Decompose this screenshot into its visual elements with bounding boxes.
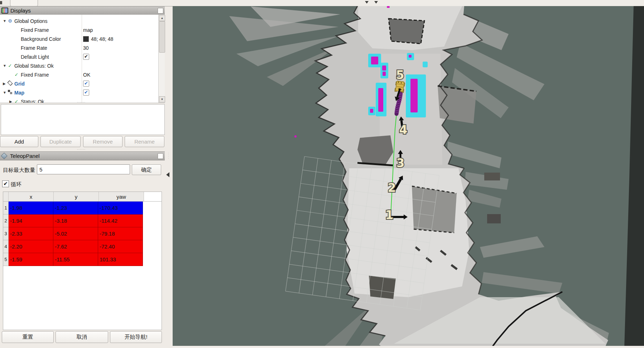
- teleop-float-button[interactable]: [158, 153, 163, 159]
- toolbar-dropdown-icon[interactable]: [374, 1, 378, 4]
- reset-button[interactable]: 重置: [2, 331, 54, 343]
- teleop-panel-title: TeleopPanel: [10, 153, 40, 159]
- tree-row-label: Fixed Frame: [21, 72, 49, 78]
- status-ok-icon: ✓: [14, 99, 19, 103]
- cell-y[interactable]: -5.02: [53, 227, 98, 240]
- tree-row-grid[interactable]: ▶Grid✔: [0, 79, 158, 88]
- scrollbar-thumb[interactable]: [159, 21, 165, 53]
- expander-closed-icon[interactable]: ▶: [9, 100, 13, 103]
- cell-yaw[interactable]: -79.18: [98, 227, 143, 240]
- splitter-handle[interactable]: ······: [77, 102, 88, 103]
- start-navigation-button[interactable]: 开始导航!: [110, 331, 162, 343]
- tree-row-label: Frame Rate: [21, 45, 47, 51]
- tree-row-label: Grid: [14, 81, 25, 87]
- enabled-checkbox[interactable]: ✔: [83, 54, 89, 60]
- cell-x[interactable]: -1.94: [9, 214, 53, 227]
- cell-x[interactable]: -1.59: [9, 253, 53, 266]
- tree-row-label: Fixed Frame: [21, 27, 49, 33]
- waypoint-table-header: x y yaw: [3, 192, 162, 202]
- tree-row-fixed-frame[interactable]: Fixed Framemap: [0, 25, 158, 34]
- add-button[interactable]: Add: [0, 136, 38, 147]
- cell-y[interactable]: -7.62: [53, 240, 98, 253]
- property-value: 30: [83, 45, 89, 51]
- expander-open-icon[interactable]: ▼: [3, 91, 6, 95]
- scroll-up-icon[interactable]: ▲: [159, 15, 165, 21]
- loop-label: 循环: [11, 181, 21, 188]
- cell-y[interactable]: -1.23: [53, 202, 98, 214]
- row-header[interactable]: 4: [3, 240, 9, 253]
- cell-x[interactable]: -2.33: [9, 227, 53, 240]
- cell-yaw[interactable]: 101.33: [98, 253, 143, 266]
- tree-row-label: Default Light: [21, 54, 49, 60]
- cell-yaw[interactable]: -170.43: [98, 202, 143, 214]
- rviz-3d-view[interactable]: 12345: [173, 6, 644, 348]
- tree-row-global-options[interactable]: ▼⚙Global Options: [0, 16, 158, 25]
- cell-yaw[interactable]: -72.40: [98, 240, 143, 253]
- tree-row-frame-rate[interactable]: Frame Rate30: [0, 43, 158, 52]
- tree-row-global-status-ok[interactable]: ▼✓Global Status: Ok: [0, 61, 158, 70]
- waypoint-label: 4: [399, 123, 408, 137]
- cell-yaw[interactable]: -114.42: [98, 214, 143, 227]
- duplicate-button[interactable]: Duplicate: [40, 136, 81, 147]
- cell-x[interactable]: -2.20: [9, 240, 53, 253]
- row-header[interactable]: 1: [3, 202, 9, 214]
- tree-row-default-light[interactable]: Default Light✔: [0, 52, 158, 61]
- tree-row-background-color[interactable]: Background Color48; 48; 48: [0, 34, 158, 43]
- cell-x[interactable]: -1.98: [9, 202, 53, 214]
- toolbar-dropdown-icon[interactable]: [365, 1, 369, 4]
- column-header-x[interactable]: x: [9, 192, 54, 201]
- table-corner: [3, 192, 9, 201]
- property-value: OK: [83, 72, 90, 78]
- confirm-button[interactable]: 确定: [132, 164, 161, 175]
- table-row[interactable]: 5-1.59-11.55101.33: [3, 253, 162, 266]
- view-splitter-handle[interactable]: ····: [168, 152, 169, 170]
- color-value: 48; 48; 48: [83, 36, 113, 42]
- toolbar-partial-button[interactable]: [10, 0, 38, 6]
- loop-checkbox[interactable]: ✔: [2, 180, 9, 187]
- teleop-panel-icon: [1, 153, 7, 159]
- displays-icon: [1, 8, 8, 14]
- teleop-panel-header[interactable]: TeleopPanel: [0, 151, 165, 160]
- enabled-checkbox[interactable]: ✔: [83, 90, 89, 96]
- displays-panel-header[interactable]: Displays: [0, 6, 165, 15]
- collapse-panel-icon[interactable]: [166, 172, 169, 177]
- table-row[interactable]: 2-1.94-3.18-114.42: [3, 214, 162, 227]
- checkbox-value[interactable]: ✔: [83, 81, 89, 87]
- table-row[interactable]: 1-1.98-1.23-170.43: [3, 202, 162, 214]
- displays-float-button[interactable]: [158, 8, 163, 14]
- waypoint-table[interactable]: x y yaw 1-1.98-1.23-170.432-1.94-3.18-11…: [3, 192, 162, 330]
- tree-row-fixed-frame[interactable]: ✓Fixed FrameOK: [0, 70, 158, 79]
- gear-icon: ⚙: [7, 18, 13, 24]
- expander-open-icon[interactable]: ▼: [3, 64, 6, 68]
- cell-y[interactable]: -11.55: [53, 253, 98, 266]
- table-row[interactable]: 4-2.20-7.62-72.40: [3, 240, 162, 253]
- row-header[interactable]: 2: [3, 214, 9, 227]
- color-swatch: [83, 36, 89, 42]
- checkbox-value[interactable]: ✔: [83, 90, 89, 96]
- row-header[interactable]: 3: [3, 227, 9, 240]
- scroll-down-icon[interactable]: ▼: [159, 96, 165, 102]
- row-header[interactable]: 5: [3, 253, 9, 266]
- cell-y[interactable]: -3.18: [53, 214, 98, 227]
- displays-panel-title: Displays: [10, 8, 31, 14]
- expander-closed-icon[interactable]: ▶: [3, 82, 6, 86]
- splitter-handle[interactable]: ······: [77, 149, 88, 150]
- displays-button-row: AddDuplicateRemoveRename: [0, 136, 165, 147]
- waypoint-table-body: 1-1.98-1.23-170.432-1.94-3.18-114.423-2.…: [3, 202, 162, 266]
- rename-button[interactable]: Rename: [125, 136, 164, 147]
- enabled-checkbox[interactable]: ✔: [83, 81, 89, 87]
- expander-open-icon[interactable]: ▼: [3, 19, 6, 23]
- column-header-yaw[interactable]: yaw: [99, 192, 144, 201]
- checkbox-value[interactable]: ✔: [83, 54, 89, 60]
- displays-tree[interactable]: ▼⚙Global OptionsFixed FramemapBackground…: [0, 15, 165, 103]
- waypoint-label: 2: [388, 181, 396, 195]
- remove-button[interactable]: Remove: [83, 136, 122, 147]
- tree-row-map[interactable]: ▼Map✔: [0, 88, 158, 97]
- tree-row-label: Map: [14, 90, 24, 96]
- column-header-y[interactable]: y: [54, 192, 99, 201]
- tree-row-label: Background Color: [21, 36, 61, 42]
- displays-scrollbar[interactable]: ▲ ▼: [158, 15, 165, 103]
- table-row[interactable]: 3-2.33-5.02-79.18: [3, 227, 162, 240]
- max-goal-input[interactable]: 5: [37, 164, 130, 174]
- cancel-button[interactable]: 取消: [56, 331, 108, 343]
